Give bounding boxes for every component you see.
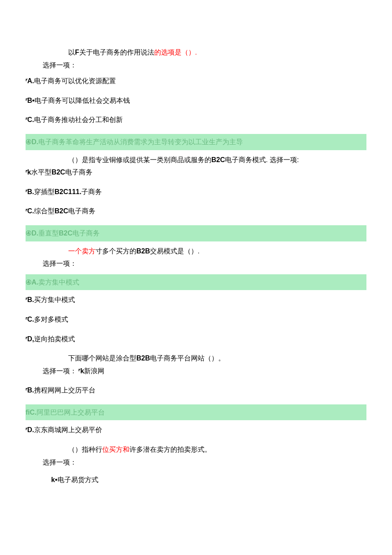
q3-mid: 寸多个买方的 <box>95 247 136 255</box>
option-label: ʳD. <box>26 426 34 433</box>
q2-option-c[interactable]: ʳC.综合型B2C电子商务 <box>26 206 366 217</box>
question-5-text: （）指种行位买方和许多潜在卖方的拍卖形式。 <box>68 444 366 455</box>
option-text-post: 电子商务 <box>65 169 92 176</box>
option-text: 逆向拍卖模式 <box>34 335 75 343</box>
q3-select-prompt: 选择一项： <box>43 258 366 269</box>
q2-mid: 电子商务模式. 选择一项: <box>225 156 299 163</box>
option-label: ④D. <box>26 230 38 237</box>
option-text: 电子商务革命将生产活动从消费需求为主导转变为以工业生产为主导 <box>38 138 243 145</box>
option-text: 电子易货方式 <box>58 476 98 483</box>
question-3-text: 一个卖方寸多个买方的B2B交易模式是（）. <box>68 246 366 257</box>
option-label: ʳD, <box>26 335 34 343</box>
option-label: k• <box>51 476 58 483</box>
option-label: ʳk <box>78 367 84 375</box>
q4-select-prompt: 选择一项： <box>43 367 77 375</box>
option-label: ʳB. <box>26 386 34 394</box>
q4-option-b[interactable]: ʳB.携程网网上交历平台 <box>26 385 366 396</box>
q2-bold: B2C <box>211 156 225 163</box>
option-label: ﬁC. <box>26 409 37 416</box>
q3-option-a-highlighted[interactable]: ④A.卖方集中模式 <box>26 274 366 291</box>
option-label: ④A. <box>26 279 38 286</box>
q1-select-prompt: 选择一项： <box>43 60 366 71</box>
q3-bold: B2B <box>136 247 150 255</box>
q1-bold: F <box>75 49 79 56</box>
question-4-text: 下面哪个网站是涂合型B2B电子商务平台网站（）。 <box>68 353 366 364</box>
option-bold: B2C111. <box>55 188 81 195</box>
option-label: ʳA. <box>26 77 34 84</box>
q5-pre: （）指种行 <box>68 446 102 453</box>
q1-option-d-highlighted[interactable]: ④D.电子商务革命将生产活动从消费需求为主导转变为以工业生产为主导 <box>26 134 366 150</box>
q1-option-b[interactable]: ʳB•电子商务可以降低社会交易本钱 <box>26 95 366 106</box>
q4-option-c-highlighted[interactable]: ﬁC.阿里巴巴网上交易平台 <box>26 404 366 421</box>
q1-mid: 关于电子商务的作用说法 <box>79 49 154 56</box>
option-text: 阿里巴巴网上交易平台 <box>37 409 105 416</box>
option-text: 电子商务可以优化资源配置 <box>34 77 116 84</box>
q2-option-d-highlighted[interactable]: ④D.垂直型B2C电子商务 <box>26 225 366 241</box>
option-bold: B2C <box>55 207 68 215</box>
q1-option-c[interactable]: ʳC.电子商务推动社会分工和创新 <box>26 114 366 125</box>
q3-option-b[interactable]: ʳB.买方集中模式 <box>26 294 366 305</box>
option-label: ʳB. <box>26 188 34 195</box>
option-text: 多对多模式 <box>34 316 68 323</box>
question-1-text: 以F关于电子商务的作用说法的选项是（）. <box>68 47 366 58</box>
option-bold: B2C <box>59 230 72 237</box>
q4-select-plus-a[interactable]: 选择一项： ʳk新浪网 <box>43 366 366 377</box>
option-text: 京东商城网上交易平价 <box>34 426 102 433</box>
q5-post: 许多潜在卖方的拍卖形式。 <box>130 446 211 453</box>
q4-pre: 下面哪个网站是涂合型 <box>68 355 136 362</box>
option-label: ʳC. <box>26 316 34 323</box>
q2-pre: （）是指专业铜修或提供某一类别商品或服务的 <box>68 156 211 163</box>
option-label: ʳk <box>26 169 31 176</box>
q4-option-d[interactable]: ʳD.京东商城网上交易平价 <box>26 424 366 436</box>
document-body: 以F关于电子商务的作用说法的选项是（）. 选择一项： ʳA.电子商务可以优化资源… <box>0 0 392 511</box>
option-text-pre: 垂直型 <box>38 230 59 237</box>
q3-option-c[interactable]: ʳC.多对多模式 <box>26 314 366 325</box>
option-label: ʳB. <box>26 296 34 303</box>
option-label: ④D. <box>26 138 38 145</box>
q5-option-a[interactable]: k•电子易货方式 <box>51 474 366 485</box>
option-text-pre: 穿插型 <box>34 188 55 195</box>
option-label: ʳC. <box>26 207 34 215</box>
option-text-pre: 综合型 <box>34 207 55 215</box>
question-2-text: （）是指专业铜修或提供某一类别商品或服务的B2C电子商务模式. 选择一项: <box>68 154 366 166</box>
q4-bold: B2B <box>136 355 150 362</box>
q1-red: 的选项是（）. <box>154 49 197 56</box>
option-text: 买方集中模式 <box>34 296 75 303</box>
option-bold: B2C <box>52 169 65 176</box>
q2-option-b[interactable]: ʳB.穿插型B2C111.子商务 <box>26 186 366 198</box>
q1-option-a[interactable]: ʳA.电子商务可以优化资源配置 <box>26 76 366 87</box>
option-text: 携程网网上交历平台 <box>34 386 95 394</box>
option-text-post: 子商务 <box>81 188 102 195</box>
q3-post: 交易模式是（）. <box>150 247 199 255</box>
option-text: 新浪网 <box>84 367 104 375</box>
option-text-pre: 水平型 <box>31 169 52 176</box>
q3-red: 一个卖方 <box>68 247 95 255</box>
q1-pre: 以 <box>68 49 75 56</box>
option-text-post: 电子商务 <box>72 230 100 237</box>
q2-option-a[interactable]: ʳk水平型B2C电子商务 <box>26 167 366 178</box>
q5-select-prompt: 选择一项： <box>43 457 366 468</box>
option-label: ʳB• <box>26 97 35 104</box>
q4-post: 电子商务平台网站（）。 <box>150 355 225 362</box>
option-text: 卖方集中模式 <box>38 279 79 286</box>
q3-option-d[interactable]: ʳD,逆向拍卖模式 <box>26 334 366 345</box>
option-text: 电子商务可以降低社会交易本钱 <box>35 97 130 104</box>
option-text-post: 电子商务 <box>68 207 95 215</box>
option-label: ʳC. <box>26 116 34 123</box>
option-text: 电子商务推动社会分工和创新 <box>34 116 123 123</box>
q5-red: 位买方和 <box>102 446 130 453</box>
